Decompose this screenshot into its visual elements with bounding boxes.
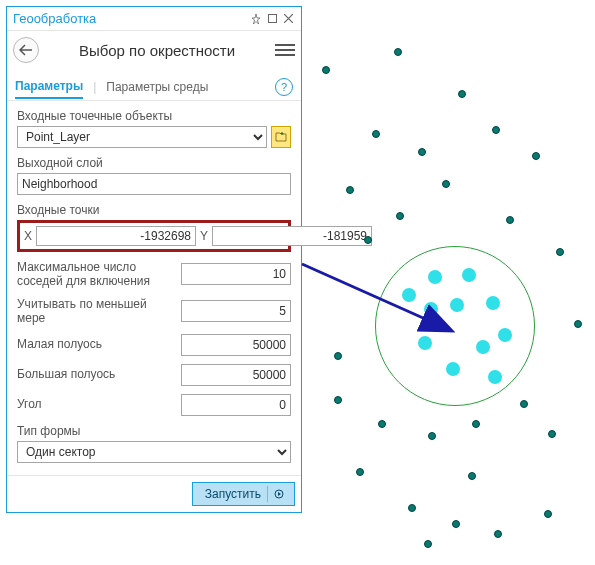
tab-bar: Параметры | Параметры среды ? xyxy=(7,73,301,101)
back-button[interactable] xyxy=(13,37,39,63)
output-layer-label: Выходной слой xyxy=(17,156,291,170)
shape-type-label: Тип формы xyxy=(17,424,291,438)
form: Входные точечные объекты Point_Layer Вых… xyxy=(7,101,301,475)
selected-point xyxy=(462,268,476,282)
close-icon[interactable] xyxy=(281,12,295,26)
selected-point xyxy=(486,296,500,310)
input-points-label: Входные точечные объекты xyxy=(17,109,291,123)
map-point xyxy=(378,420,386,428)
tool-title: Выбор по окрестности xyxy=(39,42,275,59)
panel-title: Геообработка xyxy=(13,11,249,26)
selected-point xyxy=(418,336,432,350)
help-icon[interactable]: ? xyxy=(275,78,293,96)
shape-type-select[interactable]: Один сектор xyxy=(17,441,291,463)
map-point xyxy=(532,152,540,160)
map-point xyxy=(458,90,466,98)
map-point xyxy=(548,430,556,438)
selected-point xyxy=(488,370,502,384)
map-point xyxy=(506,216,514,224)
map-point xyxy=(334,396,342,404)
map-preview xyxy=(310,0,595,565)
minor-axis-input[interactable] xyxy=(181,334,291,356)
map-point xyxy=(468,472,476,480)
map-point xyxy=(472,420,480,428)
output-layer-input[interactable] xyxy=(17,173,291,195)
map-point xyxy=(346,186,354,194)
run-button[interactable]: Запустить xyxy=(192,482,295,506)
min-include-input[interactable] xyxy=(181,300,291,322)
selected-point xyxy=(476,340,490,354)
selected-point xyxy=(424,302,438,316)
map-point xyxy=(452,520,460,528)
x-input[interactable] xyxy=(36,226,196,246)
xy-highlight: X Y xyxy=(17,220,291,252)
maximize-icon[interactable] xyxy=(265,12,279,26)
run-dropdown-icon[interactable] xyxy=(274,489,284,499)
input-xy-label: Входные точки xyxy=(17,203,291,217)
map-point xyxy=(408,504,416,512)
map-point xyxy=(418,148,426,156)
x-label: X xyxy=(24,229,32,243)
max-neighbors-label: Максимальное число соседей для включения xyxy=(17,260,171,289)
map-point xyxy=(322,66,330,74)
map-point xyxy=(372,130,380,138)
minor-axis-label: Малая полуось xyxy=(17,337,171,351)
browse-button[interactable] xyxy=(271,126,291,148)
map-point xyxy=(520,400,528,408)
angle-input[interactable] xyxy=(181,394,291,416)
pin-icon[interactable] xyxy=(249,12,263,26)
map-point xyxy=(428,432,436,440)
y-label: Y xyxy=(200,229,208,243)
run-bar: Запустить xyxy=(7,475,301,512)
map-point xyxy=(494,530,502,538)
geoprocessing-panel: Геообработка Выбор по окрестности Параме… xyxy=(6,6,302,513)
menu-icon[interactable] xyxy=(275,40,295,60)
run-separator xyxy=(267,486,268,502)
selected-point xyxy=(446,362,460,376)
map-point xyxy=(394,48,402,56)
major-axis-label: Большая полуось xyxy=(17,367,171,381)
tab-separator: | xyxy=(93,80,96,94)
run-label: Запустить xyxy=(205,487,261,501)
min-include-label: Учитывать по меньшей мере xyxy=(17,297,171,326)
map-point xyxy=(492,126,500,134)
selected-point xyxy=(402,288,416,302)
map-point xyxy=(356,468,364,476)
map-point xyxy=(396,212,404,220)
selected-point xyxy=(428,270,442,284)
major-axis-input[interactable] xyxy=(181,364,291,386)
map-point xyxy=(574,320,582,328)
input-points-select[interactable]: Point_Layer xyxy=(17,126,267,148)
selected-point xyxy=(450,298,464,312)
search-circle xyxy=(375,246,535,406)
angle-label: Угол xyxy=(17,397,171,411)
max-neighbors-input[interactable] xyxy=(181,263,291,285)
selected-point xyxy=(498,328,512,342)
svg-rect-0 xyxy=(268,15,276,23)
map-point xyxy=(334,352,342,360)
tab-environments[interactable]: Параметры среды xyxy=(106,76,208,98)
map-point xyxy=(442,180,450,188)
map-point xyxy=(556,248,564,256)
tab-parameters[interactable]: Параметры xyxy=(15,75,83,99)
title-bar: Геообработка xyxy=(7,7,301,31)
tool-header: Выбор по окрестности xyxy=(7,31,301,73)
map-point xyxy=(364,236,372,244)
map-point xyxy=(424,540,432,548)
map-point xyxy=(544,510,552,518)
